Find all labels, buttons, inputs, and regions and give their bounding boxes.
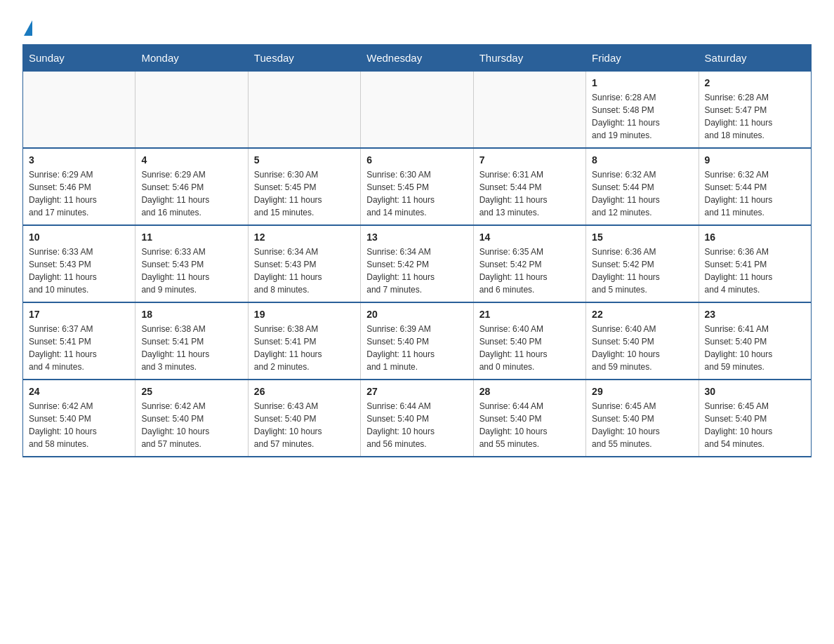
calendar-cell-w3-d1: 10Sunrise: 6:33 AMSunset: 5:43 PMDayligh… [23,225,135,302]
calendar-cell-w1-d7: 2Sunrise: 6:28 AMSunset: 5:47 PMDaylight… [699,71,811,148]
calendar-cell-w2-d5: 7Sunrise: 6:31 AMSunset: 5:44 PMDaylight… [473,148,585,225]
day-number: 6 [366,154,467,166]
day-info: Sunrise: 6:44 AMSunset: 5:40 PMDaylight:… [366,400,467,450]
day-number: 11 [141,232,241,243]
day-number: 4 [141,154,241,166]
weekday-header-row: SundayMondayTuesdayWednesdayThursdayFrid… [23,44,812,71]
calendar-cell-w5-d7: 30Sunrise: 6:45 AMSunset: 5:40 PMDayligh… [699,380,811,457]
day-number: 26 [254,386,355,397]
calendar-cell-w5-d1: 24Sunrise: 6:42 AMSunset: 5:40 PMDayligh… [23,380,135,457]
day-number: 2 [705,77,805,88]
day-info: Sunrise: 6:42 AMSunset: 5:40 PMDaylight:… [141,400,241,450]
weekday-header-thursday: Thursday [473,44,585,71]
day-number: 23 [705,309,805,320]
day-info: Sunrise: 6:41 AMSunset: 5:40 PMDaylight:… [705,323,805,373]
day-info: Sunrise: 6:43 AMSunset: 5:40 PMDaylight:… [254,400,355,450]
day-number: 18 [141,309,241,320]
calendar-cell-w1-d5 [473,71,585,148]
day-info: Sunrise: 6:29 AMSunset: 5:46 PMDaylight:… [141,168,241,219]
day-number: 22 [592,309,692,320]
day-info: Sunrise: 6:38 AMSunset: 5:41 PMDaylight:… [254,323,355,373]
weekday-header-wednesday: Wednesday [361,44,473,71]
calendar-cell-w4-d1: 17Sunrise: 6:37 AMSunset: 5:41 PMDayligh… [23,302,135,380]
logo [22,17,32,33]
weekday-header-sunday: Sunday [23,44,135,71]
day-number: 15 [592,232,692,243]
day-info: Sunrise: 6:32 AMSunset: 5:44 PMDaylight:… [592,168,692,219]
calendar-cell-w5-d2: 25Sunrise: 6:42 AMSunset: 5:40 PMDayligh… [135,380,248,457]
day-number: 12 [254,232,355,243]
day-info: Sunrise: 6:30 AMSunset: 5:45 PMDaylight:… [254,168,355,219]
calendar-cell-w5-d5: 28Sunrise: 6:44 AMSunset: 5:40 PMDayligh… [473,380,585,457]
calendar-cell-w2-d3: 5Sunrise: 6:30 AMSunset: 5:45 PMDaylight… [248,148,360,225]
day-number: 28 [479,386,580,397]
day-info: Sunrise: 6:38 AMSunset: 5:41 PMDaylight:… [141,323,241,373]
weekday-header-friday: Friday [586,44,699,71]
calendar-cell-w4-d3: 19Sunrise: 6:38 AMSunset: 5:41 PMDayligh… [248,302,360,380]
day-number: 30 [705,386,805,397]
weekday-header-monday: Monday [135,44,248,71]
calendar-cell-w1-d6: 1Sunrise: 6:28 AMSunset: 5:48 PMDaylight… [586,71,699,148]
calendar-table: SundayMondayTuesdayWednesdayThursdayFrid… [22,44,812,457]
calendar-cell-w2-d2: 4Sunrise: 6:29 AMSunset: 5:46 PMDaylight… [135,148,248,225]
weekday-header-saturday: Saturday [699,44,811,71]
logo-triangle-icon [24,20,32,36]
calendar-cell-w2-d1: 3Sunrise: 6:29 AMSunset: 5:46 PMDaylight… [23,148,135,225]
day-info: Sunrise: 6:36 AMSunset: 5:41 PMDaylight:… [705,246,805,296]
day-info: Sunrise: 6:35 AMSunset: 5:42 PMDaylight:… [479,246,580,296]
calendar-cell-w2-d6: 8Sunrise: 6:32 AMSunset: 5:44 PMDaylight… [586,148,699,225]
day-number: 10 [29,232,129,243]
day-info: Sunrise: 6:37 AMSunset: 5:41 PMDaylight:… [29,323,129,373]
day-number: 14 [479,232,580,243]
day-number: 17 [29,309,129,320]
calendar-cell-w3-d3: 12Sunrise: 6:34 AMSunset: 5:43 PMDayligh… [248,225,360,302]
calendar-cell-w4-d4: 20Sunrise: 6:39 AMSunset: 5:40 PMDayligh… [361,302,473,380]
day-number: 1 [592,77,692,88]
day-info: Sunrise: 6:45 AMSunset: 5:40 PMDaylight:… [592,400,692,450]
week-row-1: 1Sunrise: 6:28 AMSunset: 5:48 PMDaylight… [23,71,812,148]
calendar-cell-w5-d6: 29Sunrise: 6:45 AMSunset: 5:40 PMDayligh… [586,380,699,457]
calendar-cell-w4-d5: 21Sunrise: 6:40 AMSunset: 5:40 PMDayligh… [473,302,585,380]
calendar-cell-w1-d2 [135,71,248,148]
day-number: 3 [29,154,129,166]
day-number: 9 [705,154,805,166]
week-row-4: 17Sunrise: 6:37 AMSunset: 5:41 PMDayligh… [23,302,812,380]
calendar-cell-w3-d4: 13Sunrise: 6:34 AMSunset: 5:42 PMDayligh… [361,225,473,302]
day-info: Sunrise: 6:44 AMSunset: 5:40 PMDaylight:… [479,400,580,450]
day-info: Sunrise: 6:42 AMSunset: 5:40 PMDaylight:… [29,400,129,450]
day-number: 27 [366,386,467,397]
day-info: Sunrise: 6:31 AMSunset: 5:44 PMDaylight:… [479,168,580,219]
day-number: 24 [29,386,129,397]
page-header [22,17,812,33]
day-info: Sunrise: 6:40 AMSunset: 5:40 PMDaylight:… [479,323,580,373]
day-info: Sunrise: 6:34 AMSunset: 5:42 PMDaylight:… [366,246,467,296]
week-row-2: 3Sunrise: 6:29 AMSunset: 5:46 PMDaylight… [23,148,812,225]
calendar-cell-w3-d2: 11Sunrise: 6:33 AMSunset: 5:43 PMDayligh… [135,225,248,302]
day-number: 13 [366,232,467,243]
calendar-cell-w2-d7: 9Sunrise: 6:32 AMSunset: 5:44 PMDaylight… [699,148,811,225]
day-info: Sunrise: 6:39 AMSunset: 5:40 PMDaylight:… [366,323,467,373]
week-row-5: 24Sunrise: 6:42 AMSunset: 5:40 PMDayligh… [23,380,812,457]
day-info: Sunrise: 6:34 AMSunset: 5:43 PMDaylight:… [254,246,355,296]
weekday-header-tuesday: Tuesday [248,44,360,71]
day-number: 7 [479,154,580,166]
day-number: 5 [254,154,355,166]
day-number: 25 [141,386,241,397]
day-info: Sunrise: 6:28 AMSunset: 5:47 PMDaylight:… [705,91,805,142]
calendar-cell-w2-d4: 6Sunrise: 6:30 AMSunset: 5:45 PMDaylight… [361,148,473,225]
day-info: Sunrise: 6:33 AMSunset: 5:43 PMDaylight:… [141,246,241,296]
day-info: Sunrise: 6:28 AMSunset: 5:48 PMDaylight:… [592,91,692,142]
day-info: Sunrise: 6:36 AMSunset: 5:42 PMDaylight:… [592,246,692,296]
calendar-cell-w1-d1 [23,71,135,148]
day-info: Sunrise: 6:45 AMSunset: 5:40 PMDaylight:… [705,400,805,450]
calendar-cell-w4-d7: 23Sunrise: 6:41 AMSunset: 5:40 PMDayligh… [699,302,811,380]
calendar-cell-w3-d6: 15Sunrise: 6:36 AMSunset: 5:42 PMDayligh… [586,225,699,302]
day-info: Sunrise: 6:33 AMSunset: 5:43 PMDaylight:… [29,246,129,296]
day-number: 19 [254,309,355,320]
day-info: Sunrise: 6:40 AMSunset: 5:40 PMDaylight:… [592,323,692,373]
calendar-cell-w1-d4 [361,71,473,148]
day-number: 16 [705,232,805,243]
day-number: 21 [479,309,580,320]
calendar-cell-w5-d3: 26Sunrise: 6:43 AMSunset: 5:40 PMDayligh… [248,380,360,457]
day-number: 8 [592,154,692,166]
